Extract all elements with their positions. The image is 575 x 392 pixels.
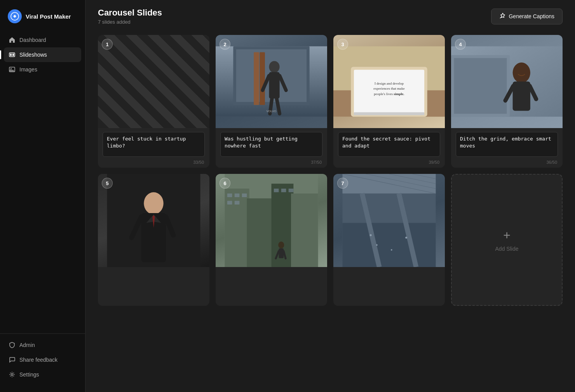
svg-rect-9 [98,81,150,128]
page-title: Carousel Slides [98,8,162,18]
svg-rect-3 [12,54,14,56]
slide-caption-area-3: Found the secret sauce: pivot and adapt … [333,128,445,168]
svg-text:experiences that make: experiences that make [373,87,404,90]
slide-number-3: 3 [337,39,348,50]
sidebar-bottom: Admin Share feedback Settings [0,333,85,386]
svg-text:people's lives simple.: people's lives simple. [374,92,404,96]
add-slide-label: Add Slide [495,246,519,252]
svg-line-25 [160,95,163,104]
svg-point-89 [391,249,392,251]
svg-rect-2 [10,54,12,56]
feedback-icon [9,356,16,363]
slides-count: 7 slides added [98,19,162,25]
sidebar-label-dashboard: Dashboard [19,37,46,43]
svg-rect-20 [143,41,207,127]
app-logo-icon [8,9,22,23]
add-slide-card[interactable]: + Add Slide [451,174,563,306]
svg-rect-32 [260,52,265,105]
slideshows-icon [9,51,16,58]
sidebar-item-images[interactable]: Images [4,62,81,77]
generate-captions-button[interactable]: Generate Captions [491,9,563,24]
svg-rect-16 [98,81,150,128]
slide-caption-textarea-4[interactable]: Ditch the grind, embrace smart moves [456,132,558,157]
slide-card-5: 5 [98,174,209,306]
svg-point-86 [370,234,372,236]
svg-rect-24 [163,93,168,104]
generate-captions-label: Generate Captions [509,13,554,19]
slide-card-4: 4 Ditch the grind, embrace smart moves 3… [451,35,563,168]
magic-wand-icon [499,13,505,20]
sidebar-nav: Dashboard Slideshows Images [0,31,85,333]
svg-rect-21 [157,35,209,118]
svg-rect-8 [98,46,209,116]
slide-image-6 [216,174,327,267]
svg-rect-19 [129,51,193,128]
svg-rect-50 [454,58,507,114]
slide-card-1: 1 Ever feel stuck in startup limbo? 33/5… [98,35,209,168]
slide-card-2: VOLVO 2 Was hustling but getting nowhere… [216,35,327,168]
slide-caption-area-1: Ever feel stuck in startup limbo? 33/50 [98,128,209,168]
slide-number-1: 1 [102,39,113,50]
sidebar-item-admin[interactable]: Admin [4,338,81,352]
svg-rect-11 [107,61,178,128]
page-header: Carousel Slides 7 slides added Generate … [85,0,575,29]
svg-rect-68 [227,201,232,204]
slide-caption-area-4: Ditch the grind, embrace smart moves 36/… [451,128,563,168]
images-icon [9,66,16,73]
slide-image-1 [98,35,209,128]
slide-number-5: 5 [102,178,113,189]
svg-rect-17 [100,71,164,128]
sidebar-item-settings[interactable]: Settings [4,367,81,382]
char-count-2: 37/50 [220,160,322,165]
svg-point-73 [278,241,284,248]
svg-point-5 [10,68,12,69]
slide-image-7 [333,174,445,267]
sidebar-item-share-feedback[interactable]: Share feedback [4,352,81,367]
svg-point-56 [144,192,164,214]
svg-point-33 [269,61,279,73]
sidebar-label-slideshows: Slideshows [19,52,47,58]
svg-rect-18 [114,61,179,128]
char-count-3: 39/50 [338,160,440,165]
svg-rect-62 [247,198,274,267]
settings-icon [9,371,16,378]
svg-rect-13 [136,41,207,128]
svg-rect-61 [225,189,249,267]
main-content: Carousel Slides 7 slides added Generate … [85,0,575,392]
slide-number-7: 7 [337,178,348,189]
svg-rect-67 [242,194,247,197]
slide-card-3: I design and develop experiences that ma… [333,35,445,168]
slide-image-5 [98,174,209,267]
char-count-4: 36/50 [456,160,558,165]
svg-rect-83 [343,223,436,267]
svg-rect-64 [291,194,318,267]
svg-point-23 [162,85,169,93]
char-count-1: 33/50 [103,160,205,165]
home-icon [9,36,16,43]
svg-text:I design and develop: I design and develop [375,82,404,85]
svg-point-6 [11,374,13,376]
slide-card-7: 7 [333,174,445,306]
svg-rect-66 [235,194,240,197]
header-left: Carousel Slides 7 slides added [98,8,162,25]
svg-rect-65 [227,194,232,197]
sidebar-label-images: Images [19,66,37,73]
app-name: Viral Post Maker [26,13,71,20]
slide-caption-textarea-2[interactable]: Was hustling but getting nowhere fast [220,132,322,157]
svg-text:VOLVO: VOLVO [267,109,277,113]
slide-image-3: I design and develop experiences that ma… [333,35,445,128]
slide-caption-textarea-3[interactable]: Found the secret sauce: pivot and adapt [338,132,440,157]
slide-number-6: 6 [220,178,230,189]
svg-rect-31 [254,52,259,105]
sidebar: Viral Post Maker Dashboard Slideshows [0,0,85,392]
slide-number-2: 2 [220,39,230,50]
svg-point-87 [376,244,378,246]
slide-caption-textarea-1[interactable]: Ever feel stuck in startup limbo? [103,132,205,157]
svg-rect-22 [172,35,209,108]
sidebar-item-slideshows[interactable]: Slideshows [4,47,81,62]
sidebar-label-admin: Admin [19,342,35,348]
sidebar-label-settings: Settings [19,371,39,378]
add-slide-plus-icon: + [503,228,511,243]
sidebar-item-dashboard[interactable]: Dashboard [4,33,81,47]
svg-point-88 [405,237,407,239]
